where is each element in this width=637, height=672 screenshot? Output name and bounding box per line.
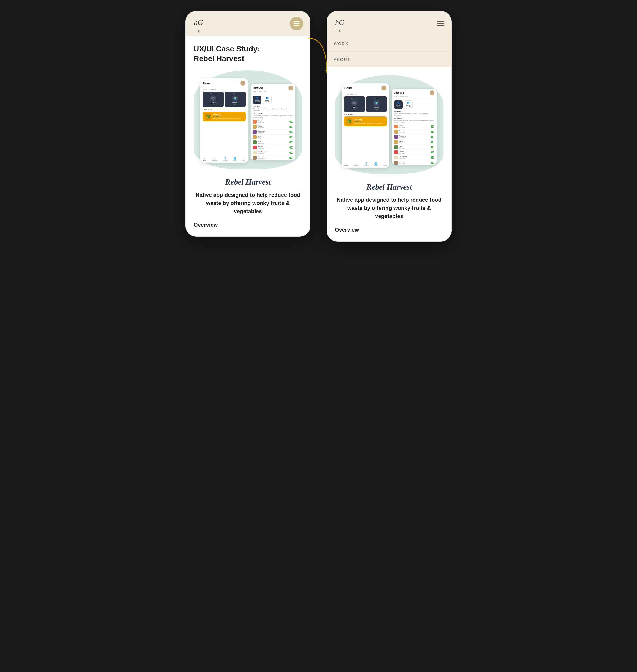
right-ingredient-pepper: Pepper300 grams	[394, 150, 434, 155]
cauliflower-toggle[interactable]	[289, 151, 293, 154]
aubergine-toggle[interactable]	[289, 131, 293, 133]
left-body: UX/UI Case Study: Rebel Harvest Home So …	[186, 36, 310, 236]
right-overview-title: Overview	[335, 227, 443, 233]
ingredient-onion: Onion 300 grams	[253, 135, 293, 140]
right-ingredient-onion: Onion300 grams	[394, 140, 434, 145]
right-mushroom-icon	[394, 161, 398, 165]
pepper-toggle[interactable]	[289, 146, 293, 148]
onion-icon	[253, 135, 257, 139]
right-mushroom-toggle[interactable]	[431, 162, 434, 164]
case-study-title: UX/UI Case Study: Rebel Harvest	[194, 44, 302, 64]
right-phone-frame: hG z WORK ABOUT Home	[327, 11, 452, 242]
right-ingredient-aubergine: Aubergine300 grams	[394, 134, 434, 140]
right-ingredient-leek: Leek300 grams	[394, 145, 434, 150]
menu-item-work[interactable]: WORK	[327, 36, 451, 52]
right-co2-icon: CO₂	[351, 100, 357, 106]
right-potato-icon	[394, 130, 398, 133]
carrot-icon	[253, 120, 257, 124]
leek-toggle[interactable]	[289, 141, 293, 143]
right-star-rating: ★★★★★	[354, 121, 385, 123]
right-app-screen-home: Home So far, you have Prevented CO₂ 45 K…	[342, 83, 389, 167]
veg-info: Just Veg ★★★★★ Rescue 8-9 varieties of v…	[213, 114, 243, 119]
ingredient-leek: Leek 300 grams	[253, 140, 293, 145]
right-mini-so-far: So far, you have	[344, 93, 387, 95]
onion-toggle[interactable]	[289, 136, 293, 138]
right-mini-home-header: Home	[342, 83, 389, 92]
right-h2o-icon: 🌍	[374, 100, 379, 106]
right-onion-toggle[interactable]	[431, 141, 434, 143]
right-size-options: 👤 Small £11.00 👥 Large £14.00	[392, 99, 437, 110]
right-mini-order-title: Just Veg	[394, 91, 404, 94]
right-h2o-card: Saved 🌍 6000L H2O	[366, 96, 387, 112]
right-mini-veg-box: 🥦 Just Veg ★★★★★ Rescue 8-9 varieties of…	[344, 116, 387, 126]
mini-veg-box: 🥦 Just Veg ★★★★★ Rescue 8-9 varieties of…	[203, 112, 246, 121]
overview-title: Overview	[194, 222, 302, 228]
right-aubergine-toggle[interactable]	[431, 136, 434, 138]
logo-icon: hG z	[193, 16, 214, 32]
ingredient-mushroom: Mushroom 300 grams	[253, 155, 293, 160]
ingredient-pepper: Pepper 300 grams	[253, 145, 293, 150]
right-nav-boxes: ⬚ The Boxes	[352, 162, 359, 166]
right-rebel-harvest-title: Rebel Harvest	[335, 182, 443, 192]
right-carrot-icon	[394, 125, 398, 128]
content-list: Content Carrots, Potatoes, Aubergines, O…	[251, 106, 295, 160]
right-nav-home: ⌂ Home	[344, 162, 348, 166]
right-screenshots-area: Home So far, you have Prevented CO₂ 45 K…	[335, 75, 443, 174]
h2o-card: Saved 🌍 6000L H2O	[225, 91, 246, 107]
right-veg-icon: 🥦	[346, 118, 352, 125]
mushroom-icon	[253, 156, 257, 160]
mini-order-header: Just Veg Step 1. Select Size	[251, 84, 295, 94]
right-size-large: 👥 Large £14.00	[404, 101, 413, 109]
h2o-icon: 🌍	[232, 95, 238, 101]
right-ingredient-potato: Potato300 grams	[394, 129, 434, 134]
mushroom-toggle[interactable]	[289, 157, 293, 159]
carrot-toggle[interactable]	[289, 121, 293, 123]
right-potato-toggle[interactable]	[431, 131, 434, 133]
mini-home-header: Home	[200, 78, 248, 87]
hamburger-button[interactable]	[290, 17, 303, 31]
ingredient-carrot: Carrot 300 grams	[253, 119, 293, 124]
co2-card: Prevented CO₂ 45 KG CO2	[203, 91, 224, 107]
right-mini-boxes-label: The Boxes	[344, 113, 387, 115]
hamburger-line-3	[293, 25, 299, 26]
right-mini-avatar	[382, 86, 386, 90]
screenshots-area: Home So far, you have Prevented CO₂ 45 K…	[194, 70, 302, 169]
svg-text:z: z	[198, 29, 200, 32]
right-hamburger-button[interactable]	[437, 21, 444, 26]
mini-boxes-label: The Boxes	[203, 109, 246, 110]
star-rating: ★★★★★	[213, 116, 243, 117]
size-options: 👤 Small £11.00 👥 Large £14.00	[251, 94, 295, 106]
right-body: Home So far, you have Prevented CO₂ 45 K…	[327, 67, 451, 241]
right-ingredient-carrot: Carrot300 grams	[394, 124, 434, 129]
nav-impact: 🌐 Impact	[233, 157, 237, 162]
expanded-menu: WORK ABOUT	[327, 36, 451, 67]
right-aubergine-icon	[394, 135, 398, 139]
right-veg-info: Just Veg ★★★★★ Rescue 8-9 varieties of v…	[354, 119, 385, 124]
right-nav-impact: 🌐 Impact	[374, 162, 378, 166]
mini-bottom-nav: ⌂ Home ⬚ The Boxes 👕 Recipes 🌐	[200, 156, 248, 163]
right-pepper-toggle[interactable]	[431, 151, 434, 153]
left-phone: hG z UX/UI Case Study: Rebel Harvest	[185, 11, 310, 237]
svg-text:z: z	[339, 29, 341, 32]
right-carrot-toggle[interactable]	[431, 125, 434, 128]
right-leek-icon	[394, 145, 398, 149]
hamburger-line-1	[293, 21, 299, 22]
hamburger-line-2	[293, 23, 299, 24]
hamburger-line-1	[437, 21, 444, 22]
mini-avatar	[240, 80, 245, 86]
right-onion-icon	[394, 140, 398, 144]
left-header: hG z	[186, 12, 310, 36]
co2-icon: CO₂	[210, 95, 216, 101]
mini-avatar-2	[288, 86, 293, 90]
veg-icon: 🥦	[205, 113, 211, 120]
nav-boxes: ⬚ The Boxes	[211, 157, 218, 162]
right-mini-step: Step 1. Select Size	[394, 95, 434, 97]
right-cauliflower-toggle[interactable]	[431, 157, 434, 159]
right-leek-toggle[interactable]	[431, 146, 434, 148]
hamburger-line-3	[437, 25, 444, 26]
right-logo-icon: hG z	[334, 16, 356, 32]
menu-item-about[interactable]: ABOUT	[327, 52, 451, 67]
ingredient-cauliflower: Cauliflower 300 grams	[253, 150, 293, 155]
potato-toggle[interactable]	[289, 126, 293, 128]
mini-home-body: So far, you have Prevented CO₂ 45 KG CO2…	[200, 87, 248, 123]
